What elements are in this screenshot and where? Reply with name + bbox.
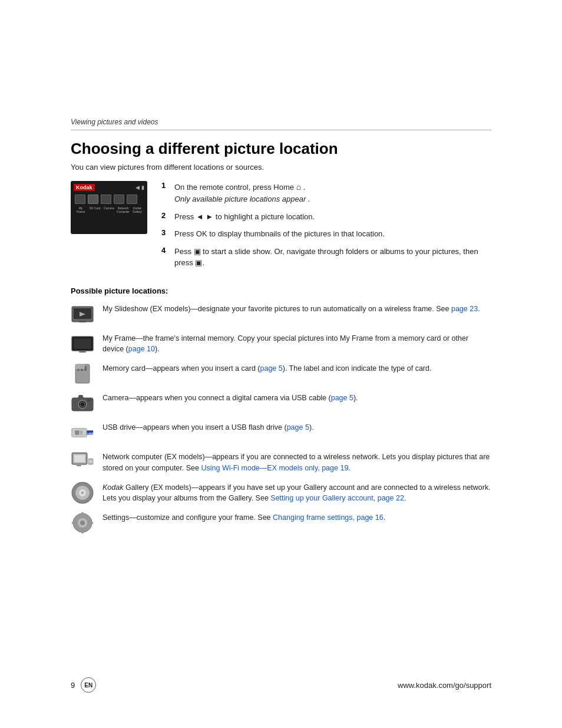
location-slideshow: My Slideshow (EX models)—designate your … <box>71 304 491 325</box>
screenshot-status-icons: ◀ ▮ <box>135 185 144 190</box>
network-link[interactable]: Using Wi-Fi mode—EX models only, page 19 <box>201 464 348 472</box>
usb-icon: USB <box>71 422 94 443</box>
location-myframe: My Frame—the frame's internal memory. Co… <box>71 333 491 355</box>
footer-url: www.kodak.com/go/support <box>398 681 491 690</box>
settings-link[interactable]: Changing frame settings, page 16 <box>273 513 384 522</box>
myframe-text: My Frame—the frame's internal memory. Co… <box>103 333 491 355</box>
step-2-number: 2 <box>161 211 170 220</box>
svg-rect-37 <box>90 522 93 524</box>
svg-rect-16 <box>72 429 87 437</box>
location-memcard: Memory card—appears when you insert a ca… <box>71 363 491 384</box>
network-icon <box>71 452 94 473</box>
footer: 9 EN www.kodak.com/go/support <box>71 677 491 693</box>
svg-rect-36 <box>72 522 75 524</box>
section-divider <box>71 130 491 130</box>
svg-rect-15 <box>87 399 91 401</box>
step-2: 2 Press ◄ ► to highlight a picture locat… <box>161 211 491 223</box>
language-badge: EN <box>81 677 96 693</box>
svg-rect-24 <box>77 465 81 466</box>
memcard-link[interactable]: page 5 <box>260 364 282 373</box>
step-1-period: . <box>303 183 306 192</box>
svg-point-14 <box>80 402 85 407</box>
svg-text:USB: USB <box>87 432 94 436</box>
svg-rect-18 <box>80 430 82 434</box>
svg-rect-26 <box>89 460 92 463</box>
location-camera: Camera—appears when you connect a digita… <box>71 393 491 414</box>
location-usb: USB USB drive—appears when you insert a … <box>71 422 491 443</box>
settings-icon <box>71 512 94 533</box>
svg-rect-11 <box>75 364 85 369</box>
step-2-content: Press ◄ ► to highlight a picture locatio… <box>174 211 315 223</box>
svg-rect-5 <box>74 338 91 349</box>
step-3-number: 3 <box>161 228 170 237</box>
menu-icon-4 <box>114 195 124 204</box>
screenshot-menu-bar <box>74 195 144 204</box>
screenshot-labels: My Frame SD Card Camera Network Computer… <box>74 206 144 213</box>
svg-point-33 <box>80 521 85 525</box>
content-area: Kodak ◀ ▮ My Frame SD Card Camera Networ… <box>71 181 491 275</box>
slideshow-text: My Slideshow (EX models)—designate your … <box>103 304 480 315</box>
gallery-icon <box>71 482 94 503</box>
section-label: Viewing pictures and videos <box>71 118 491 126</box>
step-4-number: 4 <box>161 246 170 255</box>
home-icon: ⌂ <box>296 182 301 192</box>
svg-rect-23 <box>74 455 85 462</box>
gallery-text: Kodak Gallery (EX models)—appears if you… <box>103 482 491 505</box>
menu-icon-2 <box>88 195 98 204</box>
location-settings: Settings—customize and configure your fr… <box>71 512 491 533</box>
screenshot-mockup: Kodak ◀ ▮ My Frame SD Card Camera Networ… <box>71 181 147 234</box>
svg-rect-6 <box>79 351 86 353</box>
myframe-link[interactable]: page 10 <box>128 345 155 353</box>
memcard-icon <box>71 363 94 384</box>
kodak-logo: Kodak <box>74 184 95 191</box>
gallery-link[interactable]: Setting up your Gallery account, page 22 <box>270 494 404 502</box>
menu-icon-1 <box>75 195 85 204</box>
network-text: Network computer (EX models)—appears if … <box>103 452 491 474</box>
steps-area: 1 On the remote control, press Home ⌂ . … <box>161 181 491 275</box>
step-3: 3 Press OK to display thumbnails of the … <box>161 228 491 240</box>
page-title: Choosing a different picture location <box>71 140 491 158</box>
step-4: 4 Pess ▣ to start a slide show. Or, navi… <box>161 246 491 269</box>
location-network: Network computer (EX models)—appears if … <box>71 452 491 474</box>
camera-link[interactable]: page 5 <box>331 394 353 402</box>
usb-text: USB drive—appears when you insert a USB … <box>103 422 314 433</box>
step-1-number: 1 <box>161 181 170 190</box>
menu-icon-5 <box>127 195 137 204</box>
step-1-text: On the remote control, press Home <box>174 183 296 192</box>
svg-point-30 <box>81 492 84 494</box>
slideshow-link[interactable]: page 23 <box>451 305 478 313</box>
step-3-content: Press OK to display thumbnails of the pi… <box>174 228 385 240</box>
step-1-content: On the remote control, press Home ⌂ . On… <box>174 181 310 205</box>
location-gallery: Kodak Gallery (EX models)—appears if you… <box>71 482 491 505</box>
step-4-content: Pess ▣ to start a slide show. Or, naviga… <box>174 246 491 269</box>
memcard-text: Memory card—appears when you insert a ca… <box>103 363 431 374</box>
page-number: 9 <box>71 681 75 690</box>
camera-icon <box>71 393 94 414</box>
page: Viewing pictures and videos Choosing a d… <box>0 0 562 728</box>
menu-icon-3 <box>101 195 111 204</box>
footer-left: 9 EN <box>71 677 96 693</box>
intro-text: You can view pictures from different loc… <box>71 163 491 172</box>
svg-rect-34 <box>81 512 84 516</box>
step-2-text: Press ◄ ► to highlight a picture locatio… <box>174 212 315 221</box>
locations-section-title: Possible picture locations: <box>71 286 491 295</box>
svg-rect-35 <box>81 530 84 533</box>
myframe-icon <box>71 333 94 354</box>
step-1: 1 On the remote control, press Home ⌂ . … <box>161 181 491 205</box>
camera-text: Camera—appears when you connect a digita… <box>103 393 358 404</box>
settings-text: Settings—customize and configure your fr… <box>103 512 385 523</box>
kodak-italic: Kodak <box>103 483 123 492</box>
screenshot-header: Kodak ◀ ▮ <box>74 184 144 191</box>
step-1-sub: Only available picture locations appear … <box>174 195 310 203</box>
step-4-text: Pess ▣ to start a slide show. Or, naviga… <box>174 247 478 268</box>
svg-rect-17 <box>75 430 79 434</box>
svg-rect-2 <box>79 321 86 322</box>
step-3-text: Press OK to display thumbnails of the pi… <box>174 229 385 238</box>
usb-link[interactable]: page 5 <box>287 423 309 431</box>
slideshow-icon <box>71 304 94 325</box>
language-label: EN <box>84 682 92 689</box>
